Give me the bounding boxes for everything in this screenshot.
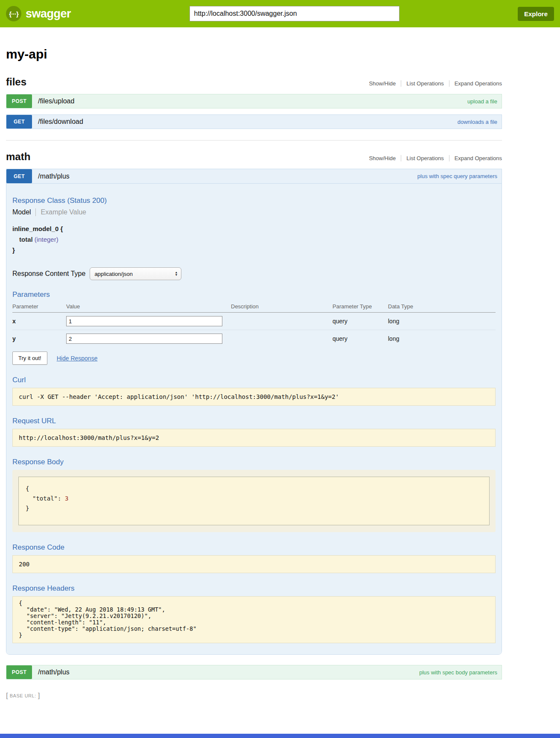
json-open-brace: { — [26, 484, 482, 494]
model-property-type: (integer) — [35, 236, 58, 243]
parameter-description — [231, 313, 332, 330]
explore-button[interactable]: Explore — [518, 7, 554, 21]
model-close: } — [12, 245, 496, 256]
response-class-heading: Response Class (Status 200) — [12, 196, 496, 205]
parameter-name: x — [12, 313, 66, 330]
base-url-bracket-close: ] — [38, 691, 40, 700]
model-property-name: total — [19, 236, 33, 243]
select-updown-arrows-icon: ▲▼ — [175, 271, 178, 276]
parameter-row-y: y query long — [12, 330, 496, 348]
curl-heading: Curl — [12, 376, 496, 384]
math-expand-operations-link[interactable]: Expand Operations — [449, 155, 502, 161]
hide-response-link[interactable]: Hide Response — [57, 355, 98, 362]
brand-name: swagger — [26, 7, 71, 20]
column-parameter: Parameter — [12, 302, 66, 313]
parameters-table: Parameter Value Description Parameter Ty… — [12, 302, 496, 347]
response-code-heading: Response Code — [12, 543, 496, 552]
parameter-x-value-input[interactable] — [66, 316, 222, 326]
endpoint-row-post-files-upload[interactable]: POST /files/upload upload a file — [6, 94, 502, 108]
swagger-logo-icon: {···} — [6, 6, 21, 21]
try-it-out-button[interactable]: Try it out! — [12, 351, 47, 365]
section-divider — [6, 140, 502, 141]
endpoint-path-link[interactable]: /files/download — [38, 118, 83, 126]
parameter-name: y — [12, 330, 66, 348]
headers-line: } — [19, 632, 489, 638]
model-property: total (integer) — [19, 234, 496, 245]
json-key: "total" — [32, 495, 58, 502]
header-bar: {···} swagger Explore — [0, 0, 560, 27]
json-value: 3 — [65, 495, 68, 502]
endpoint-path-link[interactable]: /math/plus — [38, 668, 70, 676]
expanded-operation-get-math-plus: GET /math/plus plus with spec query para… — [6, 169, 502, 655]
curl-command: curl -X GET --header 'Accept: applicatio… — [12, 388, 496, 406]
files-expand-operations-link[interactable]: Expand Operations — [449, 80, 502, 87]
column-description: Description — [231, 302, 332, 313]
parameter-data-type: long — [388, 330, 496, 348]
column-data-type: Data Type — [388, 302, 496, 313]
main-content: my-api files Show/Hide List Operations E… — [6, 47, 502, 679]
endpoint-row-get-files-download[interactable]: GET /files/download downloads a file — [6, 114, 502, 129]
response-body-heading: Response Body — [12, 458, 496, 466]
math-section-controls: Show/Hide List Operations Expand Operati… — [364, 155, 502, 161]
endpoint-summary-link[interactable]: plus with spec body parameters — [419, 669, 497, 676]
endpoint-path-link[interactable]: /math/plus — [38, 173, 70, 180]
response-body-json: { "total": 3 } — [18, 477, 490, 525]
response-code-value: 200 — [12, 555, 496, 573]
model-signature: inline_model_0 { total (integer) } — [12, 224, 496, 255]
spec-url-input[interactable] — [190, 6, 400, 21]
tab-example-value[interactable]: Example Value — [35, 208, 86, 216]
parameter-type: query — [332, 330, 388, 348]
operation-details: Response Class (Status 200) Model Exampl… — [6, 184, 502, 654]
json-close-brace: } — [26, 504, 482, 513]
headers-line: "content-type": "application/json; chars… — [26, 626, 489, 632]
response-content-type-row: Response Content Type application/json ▲… — [12, 267, 496, 280]
selected-content-type: application/json — [94, 271, 133, 277]
tab-model[interactable]: Model — [12, 208, 35, 216]
files-section-controls: Show/Hide List Operations Expand Operati… — [364, 80, 502, 87]
files-list-operations-link[interactable]: List Operations — [401, 80, 449, 87]
endpoint-summary-link[interactable]: plus with spec query parameters — [417, 173, 497, 179]
model-tabs: Model Example Value — [12, 208, 496, 216]
get-method-badge: GET — [6, 115, 32, 129]
math-list-operations-link[interactable]: List Operations — [401, 155, 449, 161]
model-open: inline_model_0 { — [12, 224, 496, 234]
headers-line: { — [19, 600, 489, 606]
parameter-data-type: long — [388, 313, 496, 330]
column-value: Value — [66, 302, 231, 313]
parameter-y-value-input[interactable] — [66, 334, 222, 344]
swagger-brand-link[interactable]: {···} swagger — [6, 6, 71, 21]
request-url-heading: Request URL — [12, 417, 496, 425]
post-method-badge: POST — [6, 665, 32, 679]
math-section-header: math Show/Hide List Operations Expand Op… — [6, 151, 502, 163]
bottom-bar — [0, 734, 560, 738]
response-headers-heading: Response Headers — [12, 584, 496, 593]
headers-line: "date": "Wed, 22 Aug 2018 18:49:13 GMT", — [26, 606, 489, 613]
column-parameter-type: Parameter Type — [332, 302, 388, 313]
response-headers-json: { "date": "Wed, 22 Aug 2018 18:49:13 GMT… — [12, 596, 496, 644]
base-url-footer: [ BASE URL: ] — [6, 691, 560, 700]
request-url-value: http://localhost:3000/math/plus?x=1&y=2 — [12, 429, 496, 447]
headers-line: "server": "Jetty(9.2.21.v20170120)", — [26, 613, 489, 619]
json-total-line: "total": 3 — [32, 494, 482, 504]
try-it-out-row: Try it out! Hide Response — [12, 351, 496, 365]
json-separator: : — [58, 495, 65, 502]
endpoint-row-get-math-plus[interactable]: GET /math/plus plus with spec query para… — [6, 169, 502, 184]
parameter-type: query — [332, 313, 388, 330]
files-section-title: files — [6, 76, 26, 88]
base-url-label: BASE URL: — [10, 693, 36, 698]
parameters-heading: Parameters — [12, 290, 496, 299]
page-title: my-api — [6, 47, 502, 62]
get-method-badge: GET — [6, 169, 32, 183]
base-url-bracket-open: [ — [6, 691, 8, 700]
parameters-header-row: Parameter Value Description Parameter Ty… — [12, 302, 496, 313]
files-show-hide-link[interactable]: Show/Hide — [364, 80, 401, 87]
endpoint-path-link[interactable]: /files/upload — [38, 97, 74, 105]
endpoint-row-post-math-plus[interactable]: POST /math/plus plus with spec body para… — [6, 665, 502, 679]
response-content-type-select[interactable]: application/json ▲▼ — [90, 267, 181, 280]
headers-line: "content-length": "11", — [26, 619, 489, 626]
parameter-description — [231, 330, 332, 348]
endpoint-summary-link[interactable]: upload a file — [467, 98, 497, 105]
math-show-hide-link[interactable]: Show/Hide — [364, 155, 401, 161]
math-section-title: math — [6, 151, 30, 163]
endpoint-summary-link[interactable]: downloads a file — [458, 119, 497, 125]
